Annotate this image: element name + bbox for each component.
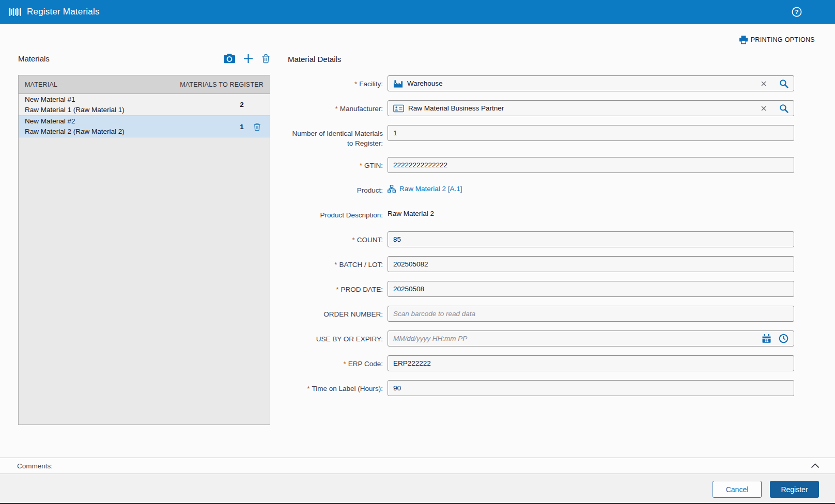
material-details-title: Material Details — [288, 55, 794, 65]
svg-text:?: ? — [795, 9, 798, 15]
add-material-icon[interactable] — [243, 54, 253, 64]
identical-count-field-row: Number of Identical Materials to Registe… — [288, 125, 794, 148]
materials-to-register-count: 1 — [236, 123, 248, 131]
title-bar: Register Materials ? — [0, 0, 835, 24]
manufacturer-field-row: *Manufacturer: Raw Material Business Par… — [288, 100, 794, 116]
camera-icon[interactable] — [224, 54, 235, 64]
batch-lot-field-row: *BATCH / LOT: — [288, 256, 794, 272]
factory-icon — [393, 79, 403, 88]
column-materials-to-register: MATERIALS TO REGISTER — [180, 81, 264, 88]
comments-bar: Comments: — [0, 458, 835, 474]
calendar-icon[interactable]: 31 — [762, 334, 771, 343]
order-number-field-row: ORDER NUMBER: — [288, 306, 794, 322]
gtin-field-row: *GTIN: — [288, 157, 794, 173]
time-on-label-input[interactable] — [388, 380, 794, 396]
batch-lot-label: BATCH / LOT: — [339, 261, 383, 269]
use-by-input[interactable] — [388, 330, 794, 346]
required-marker: * — [335, 105, 337, 113]
materials-list-header: MATERIAL MATERIALS TO REGISTER — [19, 75, 270, 94]
facility-lookup-field[interactable]: Warehouse — [388, 75, 794, 91]
barcode-icon — [9, 7, 21, 17]
material-list-item-selected[interactable]: New Material #2 Raw Material 2 (Raw Mate… — [19, 116, 270, 137]
manufacturer-value: Raw Material Business Partner — [408, 104, 504, 112]
materials-panel-header: Materials — [18, 52, 270, 65]
materials-title: Materials — [18, 54, 50, 63]
cancel-button[interactable]: Cancel — [713, 481, 762, 498]
required-marker: * — [334, 261, 337, 269]
search-manufacturer-icon[interactable] — [779, 104, 788, 113]
footer-action-bar: Cancel Register — [0, 474, 835, 503]
materials-panel: Materials — [18, 52, 270, 425]
material-list-item-text: New Material #2 Raw Material 2 (Raw Mate… — [25, 116, 125, 137]
product-row: Product: Raw Material 2 [A.1] — [288, 182, 794, 198]
manufacturer-lookup-field[interactable]: Raw Material Business Partner — [388, 100, 794, 116]
use-by-field-row: USE BY OR EXPIRY: 31 — [288, 330, 794, 346]
materials-toolbar — [224, 54, 270, 64]
product-description-row: Product Description: Raw Material 2 — [288, 207, 794, 223]
required-marker: * — [307, 385, 310, 392]
product-hierarchy-icon — [388, 185, 396, 193]
help-icon[interactable]: ? — [791, 6, 802, 18]
required-marker: * — [354, 80, 357, 88]
gtin-input[interactable] — [388, 157, 794, 173]
facility-field-row: *Facility: Warehouse — [288, 75, 794, 91]
product-description-label: Product Description: — [288, 207, 383, 220]
required-marker: * — [352, 236, 354, 244]
order-number-label: ORDER NUMBER: — [288, 306, 383, 319]
clock-icon[interactable] — [779, 334, 788, 343]
time-on-label-field-row: *Time on Label (Hours): — [288, 380, 794, 396]
column-material: MATERIAL — [25, 81, 57, 88]
identical-count-label: Number of Identical Materials to Registe… — [288, 125, 383, 148]
product-link[interactable]: Raw Material 2 [A.1] — [399, 185, 462, 193]
manufacturer-label: Manufacturer: — [340, 105, 383, 113]
prod-date-label: PROD DATE: — [341, 286, 383, 293]
comments-label: Comments: — [17, 462, 53, 470]
erp-code-input[interactable] — [388, 355, 794, 371]
required-marker: * — [343, 360, 346, 368]
materials-to-register-count: 2 — [236, 101, 248, 108]
clear-facility-icon[interactable] — [761, 81, 767, 87]
count-field-row: *COUNT: — [288, 231, 794, 247]
delete-row-icon[interactable] — [248, 122, 266, 131]
svg-text:31: 31 — [765, 339, 769, 342]
count-label: COUNT: — [357, 236, 383, 244]
material-description: Raw Material 2 (Raw Material 2) — [25, 127, 125, 137]
prod-date-input[interactable] — [388, 281, 794, 297]
search-facility-icon[interactable] — [779, 79, 788, 88]
material-list-item[interactable]: New Material #1 Raw Material 1 (Raw Mate… — [19, 94, 270, 116]
materials-list: MATERIAL MATERIALS TO REGISTER New Mater… — [18, 75, 270, 425]
material-name: New Material #1 — [25, 94, 125, 105]
gtin-label: GTIN: — [364, 162, 383, 169]
required-marker: * — [360, 162, 362, 169]
identical-count-input[interactable] — [388, 125, 794, 141]
printing-options-button[interactable]: PRINTING OPTIONS — [739, 35, 815, 44]
register-button[interactable]: Register — [770, 481, 819, 498]
order-number-input[interactable] — [388, 306, 794, 322]
printer-icon — [739, 35, 748, 44]
material-name: New Material #2 — [25, 116, 125, 127]
product-label: Product: — [288, 182, 383, 195]
erp-code-label: ERP Code: — [348, 360, 383, 368]
time-on-label-label: Time on Label (Hours): — [312, 385, 383, 392]
use-by-label: USE BY OR EXPIRY: — [288, 330, 383, 344]
required-marker: * — [336, 286, 338, 293]
prod-date-field-row: *PROD DATE: — [288, 281, 794, 297]
page-title: Register Materials — [27, 7, 100, 17]
facility-value: Warehouse — [407, 80, 443, 87]
business-partner-card-icon — [393, 104, 404, 113]
printing-options-label: PRINTING OPTIONS — [751, 36, 815, 43]
batch-lot-input[interactable] — [388, 256, 794, 272]
erp-code-field-row: *ERP Code: — [288, 355, 794, 371]
material-details-panel: Material Details *Facility: Warehouse — [288, 55, 794, 405]
material-list-item-text: New Material #1 Raw Material 1 (Raw Mate… — [25, 94, 125, 115]
product-description-value: Raw Material 2 — [388, 210, 434, 217]
facility-label: Facility: — [359, 80, 383, 88]
clear-manufacturer-icon[interactable] — [761, 105, 767, 112]
count-input[interactable] — [388, 231, 794, 247]
material-description: Raw Material 1 (Raw Material 1) — [25, 105, 125, 115]
chevron-up-icon[interactable] — [811, 463, 819, 468]
delete-material-icon[interactable] — [261, 54, 270, 64]
